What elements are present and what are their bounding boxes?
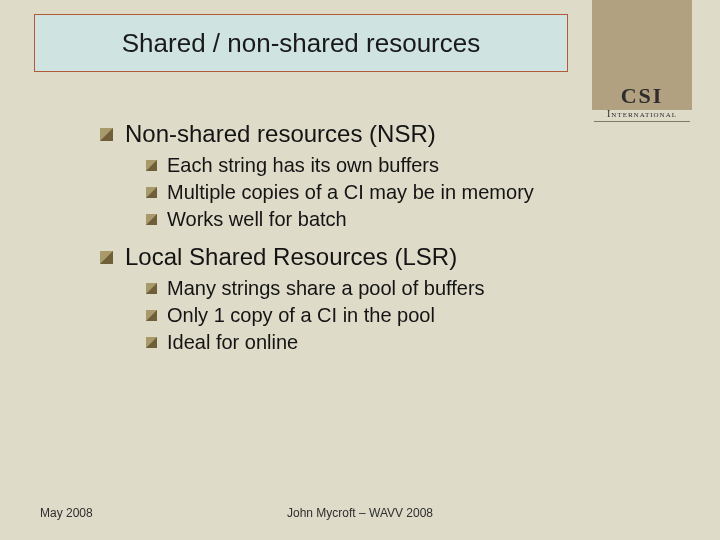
list-item: Multiple copies of a CI may be in memory bbox=[146, 181, 680, 204]
bullet-square-icon bbox=[100, 251, 113, 264]
bullet-square-icon bbox=[146, 187, 157, 198]
list-item: Each string has its own buffers bbox=[146, 154, 680, 177]
list-item-text: Ideal for online bbox=[167, 331, 298, 354]
list-item: Many strings share a pool of buffers bbox=[146, 277, 680, 300]
logo: CSI International bbox=[594, 85, 690, 122]
bullet-square-icon bbox=[146, 214, 157, 225]
bullet-square-icon bbox=[146, 310, 157, 321]
logo-sub: International bbox=[594, 109, 690, 119]
list-item-text: Works well for batch bbox=[167, 208, 347, 231]
logo-main: CSI bbox=[594, 85, 690, 107]
slide: CSI International Shared / non-shared re… bbox=[0, 0, 720, 540]
content-area: Non-shared resources (NSR) Each string h… bbox=[100, 120, 680, 366]
sub-list: Many strings share a pool of buffers Onl… bbox=[146, 277, 680, 354]
title-box: Shared / non-shared resources bbox=[34, 14, 568, 72]
bullet-square-icon bbox=[100, 128, 113, 141]
list-item: Only 1 copy of a CI in the pool bbox=[146, 304, 680, 327]
bullet-square-icon bbox=[146, 160, 157, 171]
section-heading-text: Local Shared Resources (LSR) bbox=[125, 243, 457, 271]
list-item: Ideal for online bbox=[146, 331, 680, 354]
list-item-text: Each string has its own buffers bbox=[167, 154, 439, 177]
section-heading: Local Shared Resources (LSR) bbox=[100, 243, 680, 271]
section-heading-text: Non-shared resources (NSR) bbox=[125, 120, 436, 148]
list-item-text: Many strings share a pool of buffers bbox=[167, 277, 485, 300]
list-item-text: Multiple copies of a CI may be in memory bbox=[167, 181, 534, 204]
slide-title: Shared / non-shared resources bbox=[122, 28, 480, 59]
bullet-square-icon bbox=[146, 337, 157, 348]
sub-list: Each string has its own buffers Multiple… bbox=[146, 154, 680, 231]
section-heading: Non-shared resources (NSR) bbox=[100, 120, 680, 148]
footer-author: John Mycroft – WAVV 2008 bbox=[0, 506, 720, 520]
list-item-text: Only 1 copy of a CI in the pool bbox=[167, 304, 435, 327]
list-item: Works well for batch bbox=[146, 208, 680, 231]
bullet-square-icon bbox=[146, 283, 157, 294]
